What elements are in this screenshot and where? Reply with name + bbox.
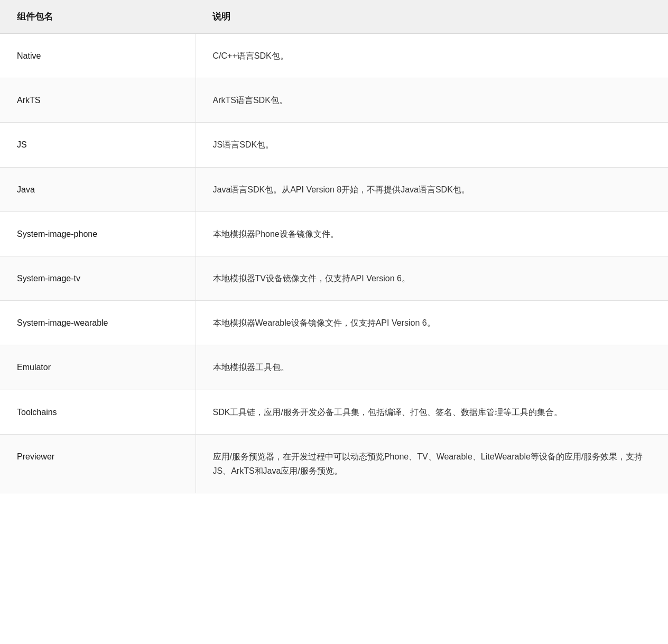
table-row: System-image-wearable本地模拟器Wearable设备镜像文件… xyxy=(0,301,668,345)
cell-description: ArkTS语言SDK包。 xyxy=(196,78,668,123)
cell-package-name: System-image-phone xyxy=(0,211,196,256)
table-row: JavaJava语言SDK包。从API Version 8开始，不再提供Java… xyxy=(0,167,668,211)
cell-package-name: Java xyxy=(0,167,196,211)
table-row: Previewer应用/服务预览器，在开发过程中可以动态预览Phone、TV、W… xyxy=(0,434,668,493)
component-table: 组件包名 说明 NativeC/C++语言SDK包。ArkTSArkTS语言SD… xyxy=(0,0,668,493)
header-col-desc: 说明 xyxy=(196,0,668,34)
table-row: ToolchainsSDK工具链，应用/服务开发必备工具集，包括编译、打包、签名… xyxy=(0,390,668,434)
cell-description: SDK工具链，应用/服务开发必备工具集，包括编译、打包、签名、数据库管理等工具的… xyxy=(196,390,668,434)
table-row: System-image-tv本地模拟器TV设备镜像文件，仅支持API Vers… xyxy=(0,256,668,300)
cell-description: JS语言SDK包。 xyxy=(196,123,668,167)
cell-package-name: ArkTS xyxy=(0,78,196,123)
table-container: 组件包名 说明 NativeC/C++语言SDK包。ArkTSArkTS语言SD… xyxy=(0,0,668,644)
cell-package-name: System-image-wearable xyxy=(0,301,196,345)
cell-package-name: JS xyxy=(0,123,196,167)
cell-package-name: Native xyxy=(0,34,196,78)
cell-package-name: Previewer xyxy=(0,434,196,493)
cell-description: 本地模拟器工具包。 xyxy=(196,345,668,390)
table-row: NativeC/C++语言SDK包。 xyxy=(0,34,668,78)
table-row: JSJS语言SDK包。 xyxy=(0,123,668,167)
cell-package-name: System-image-tv xyxy=(0,256,196,300)
cell-description: 本地模拟器Wearable设备镜像文件，仅支持API Version 6。 xyxy=(196,301,668,345)
cell-description: Java语言SDK包。从API Version 8开始，不再提供Java语言SD… xyxy=(196,167,668,211)
cell-package-name: Emulator xyxy=(0,345,196,390)
table-row: System-image-phone本地模拟器Phone设备镜像文件。 xyxy=(0,211,668,256)
table-header-row: 组件包名 说明 xyxy=(0,0,668,34)
cell-package-name: Toolchains xyxy=(0,390,196,434)
cell-description: C/C++语言SDK包。 xyxy=(196,34,668,78)
table-row: Emulator本地模拟器工具包。 xyxy=(0,345,668,390)
cell-description: 本地模拟器Phone设备镜像文件。 xyxy=(196,211,668,256)
cell-description: 应用/服务预览器，在开发过程中可以动态预览Phone、TV、Wearable、L… xyxy=(196,434,668,493)
cell-description: 本地模拟器TV设备镜像文件，仅支持API Version 6。 xyxy=(196,256,668,300)
table-row: ArkTSArkTS语言SDK包。 xyxy=(0,78,668,123)
header-col-name: 组件包名 xyxy=(0,0,196,34)
